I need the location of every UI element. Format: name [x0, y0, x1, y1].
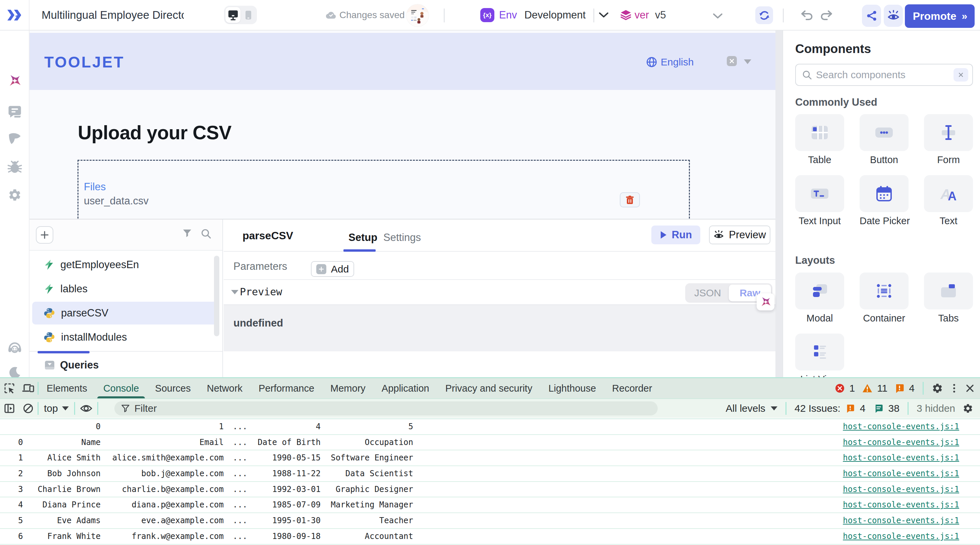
tooljet-logo[interactable] — [0, 0, 30, 30]
eye-icon — [80, 404, 92, 413]
tab-settings[interactable]: Settings — [383, 231, 421, 244]
widget-close-button[interactable] — [727, 56, 737, 66]
tab-lighthouse[interactable]: Lighthouse — [540, 378, 604, 398]
component-card-container[interactable]: Container — [860, 272, 908, 324]
close-devtools-icon[interactable] — [965, 384, 975, 393]
tab-application[interactable]: Application — [374, 378, 438, 398]
tab-network[interactable]: Network — [199, 378, 251, 398]
query-list-item-selected[interactable]: parseCSV — [32, 302, 220, 325]
frame-context-selector[interactable]: top — [38, 403, 74, 414]
error-badge-icon[interactable] — [835, 384, 845, 393]
plus-icon — [40, 231, 49, 239]
caret-down-icon[interactable] — [771, 406, 778, 410]
device-toolbar-button[interactable] — [19, 383, 38, 394]
filter-queries-button[interactable] — [182, 228, 192, 238]
language-selector[interactable]: English — [646, 56, 694, 68]
user-avatar[interactable] — [406, 4, 429, 27]
hidden-messages[interactable]: 3 hidden — [916, 403, 955, 414]
component-card-list-view[interactable]: List View — [795, 333, 844, 377]
tab-recorder[interactable]: Recorder — [604, 378, 660, 398]
query-list-scrollbar[interactable] — [214, 256, 220, 336]
widget-caret-icon[interactable] — [744, 59, 751, 64]
support-headset-icon[interactable] — [0, 341, 30, 355]
component-card-button[interactable]: Button — [860, 114, 908, 166]
console-source-link[interactable]: host-console-events.js:1 — [843, 482, 959, 497]
console-filter-input[interactable] — [135, 403, 651, 414]
mobile-toggle-button[interactable] — [240, 7, 256, 23]
component-card-modal[interactable]: Modal — [795, 272, 844, 324]
tab-sources[interactable]: Sources — [147, 378, 199, 398]
component-card-text-input[interactable]: Text Input — [795, 175, 844, 226]
query-name: installModules — [61, 331, 127, 343]
app-preview-button[interactable] — [884, 5, 903, 27]
tab-privacy-and-security[interactable]: Privacy and security — [438, 378, 541, 398]
canvas-scroll-gutter[interactable] — [775, 30, 783, 377]
tab-memory[interactable]: Memory — [322, 378, 374, 398]
devtools-separator — [97, 402, 98, 415]
file-dropzone[interactable]: Files user_data.csv — [78, 160, 690, 219]
settings-gear-icon[interactable] — [0, 188, 30, 202]
live-expression-button[interactable] — [75, 404, 97, 413]
console-sidebar-button[interactable] — [0, 403, 19, 413]
console-source-link[interactable]: host-console-events.js:1 — [843, 435, 959, 450]
component-card-tabs[interactable]: Tabs — [924, 272, 973, 324]
console-source-link[interactable]: host-console-events.js:1 — [843, 466, 959, 481]
query-list-item[interactable]: getEmployeesEn — [32, 253, 220, 276]
console-source-link[interactable]: host-console-events.js:1 — [843, 419, 959, 434]
toggle-json[interactable]: JSON — [687, 287, 729, 299]
environment-selector[interactable]: {x} Env Development — [480, 0, 609, 30]
chevron-down-icon — [598, 12, 609, 18]
promote-button[interactable]: Promote » — [905, 4, 975, 28]
component-card-table[interactable]: Table — [795, 114, 844, 166]
inspector-cursor-icon[interactable] — [0, 132, 30, 145]
version-selector[interactable]: ver v5 — [620, 0, 666, 30]
inspect-element-button[interactable] — [0, 382, 19, 394]
tab-queries[interactable]: Queries — [45, 359, 99, 371]
collapse-caret-icon[interactable] — [231, 290, 239, 294]
console-source-link[interactable]: host-console-events.js:1 — [843, 450, 959, 465]
desktop-toggle-button[interactable] — [225, 7, 240, 23]
kebab-menu-icon[interactable] — [952, 383, 956, 393]
component-card-date-picker[interactable]: Date Picker — [860, 175, 908, 226]
preview-query-button[interactable]: Preview — [709, 226, 770, 244]
share-button[interactable] — [862, 5, 881, 27]
add-query-button[interactable] — [36, 226, 53, 244]
component-card-text[interactable]: A A Text — [924, 175, 973, 226]
component-card-form[interactable]: Form — [924, 114, 973, 166]
issues-badge-icon[interactable] — [895, 384, 904, 393]
run-query-button[interactable]: Run — [651, 226, 700, 244]
tab-lighthouse-label: Lighthouse — [548, 383, 596, 394]
app-title[interactable]: Multilingual Employee Directory — [41, 0, 184, 30]
console-source-link[interactable]: host-console-events.js:1 — [843, 497, 959, 512]
tab-console[interactable]: Console — [95, 378, 147, 398]
query-name-title: parseCSV — [242, 229, 293, 242]
clear-search-button[interactable] — [953, 68, 968, 81]
svg-text:A: A — [948, 189, 956, 202]
clear-console-button[interactable] — [19, 403, 38, 414]
tab-setup[interactable]: Setup — [348, 231, 377, 244]
query-list-item[interactable]: installModules — [32, 326, 220, 349]
query-list-item[interactable]: lables — [32, 277, 220, 300]
search-queries-button[interactable] — [200, 228, 211, 239]
tab-elements[interactable]: Elements — [38, 378, 95, 398]
redo-button[interactable] — [819, 9, 834, 22]
tab-privacy-and-security-label: Privacy and security — [445, 383, 533, 394]
pages-icon[interactable] — [0, 105, 30, 118]
debugger-bug-icon[interactable] — [0, 160, 30, 175]
release-refresh-button[interactable] — [755, 6, 773, 24]
add-parameter-button[interactable]: Add — [311, 261, 354, 277]
settings-gear-icon[interactable] — [932, 382, 943, 394]
undo-button[interactable] — [800, 9, 814, 22]
log-levels-selector[interactable]: All levels — [726, 403, 765, 414]
console-source-link[interactable]: host-console-events.js:1 — [843, 513, 959, 528]
console-source-link[interactable]: host-console-events.js:1 — [843, 529, 959, 544]
warning-badge-icon[interactable] — [862, 384, 872, 393]
remove-file-button[interactable] — [620, 192, 640, 207]
components-search-input[interactable] — [816, 69, 950, 81]
issues-label[interactable]: 42 Issues: — [794, 403, 840, 414]
smart-assistant-icon[interactable] — [0, 73, 30, 89]
tab-performance[interactable]: Performance — [251, 378, 322, 398]
console-settings-gear-icon[interactable] — [963, 403, 973, 414]
query-result-value: undefined — [234, 317, 283, 329]
chevron-down-icon[interactable] — [712, 13, 723, 19]
